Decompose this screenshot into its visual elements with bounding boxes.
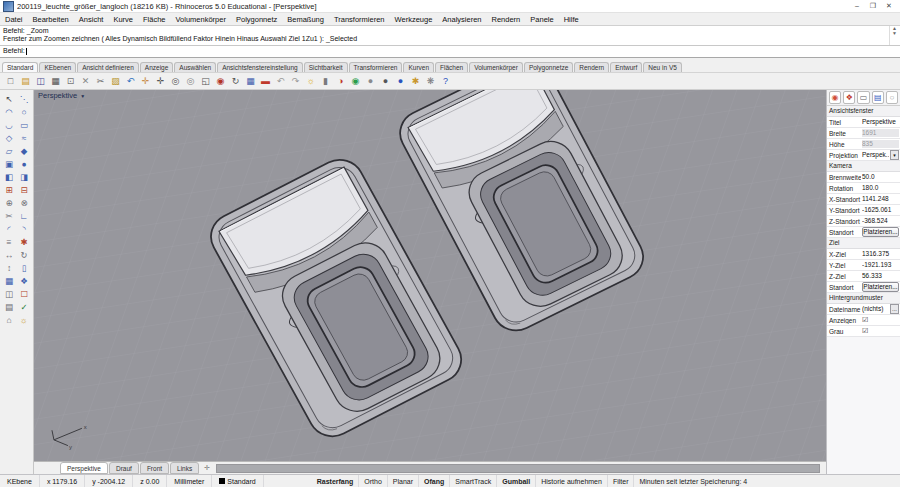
render-tools-icon[interactable]: ☼ bbox=[17, 313, 32, 326]
cut-icon[interactable]: ✂ bbox=[93, 74, 108, 88]
status-toggle[interactable]: Historie aufnehmen bbox=[536, 475, 608, 487]
extrude-icon[interactable]: ◧ bbox=[2, 170, 17, 183]
menu-item[interactable]: Volumenkörper bbox=[171, 15, 231, 24]
command-history[interactable]: Befehl: _Zoom Fenster zum Zoomen zeichne… bbox=[0, 25, 900, 45]
toolbar-tab[interactable]: Kurven bbox=[403, 62, 434, 72]
property-value[interactable]: Platzieren... bbox=[862, 227, 899, 237]
property-suffix-button[interactable]: ▾ bbox=[890, 150, 899, 160]
menu-item[interactable]: Polygonnetz bbox=[231, 15, 282, 24]
render-preview-icon[interactable]: ● bbox=[363, 74, 378, 88]
property-value[interactable]: 1316.375 bbox=[862, 250, 899, 258]
boolean-intersect-icon[interactable]: ⊕ bbox=[2, 196, 17, 209]
move-tool-icon[interactable]: ↔ bbox=[2, 248, 17, 261]
undo-view-icon[interactable]: ↶ bbox=[273, 74, 288, 88]
command-history-scrollbar[interactable]: ▲ ▼ bbox=[889, 26, 899, 45]
toolbar-tab[interactable]: Standard bbox=[2, 62, 38, 72]
command-prompt[interactable]: Befehl: bbox=[0, 45, 900, 58]
restore-button[interactable]: ❐ bbox=[865, 2, 881, 10]
new-viewport-tab-icon[interactable]: ✛ bbox=[200, 464, 214, 472]
viewport-tab[interactable]: Perspektive bbox=[60, 462, 108, 474]
zoom-dynamic-icon[interactable]: ◎ bbox=[183, 74, 198, 88]
toolbar-tab[interactable]: Neu in V5 bbox=[643, 62, 682, 72]
property-suffix-button[interactable]: ... bbox=[890, 304, 899, 314]
viewport-tab[interactable]: Links bbox=[170, 462, 199, 474]
toolbar-tab[interactable]: Entwurf bbox=[610, 62, 642, 72]
boolean-difference-icon[interactable]: ⊟ bbox=[17, 183, 32, 196]
property-value[interactable]: 50.0 bbox=[862, 173, 899, 181]
status-field[interactable]: x 1179.16 bbox=[40, 475, 85, 487]
scale-tool-icon[interactable]: ↕ bbox=[2, 261, 17, 274]
block-tool-icon[interactable]: ◫ bbox=[2, 287, 17, 300]
status-field[interactable]: y -2004.12 bbox=[85, 475, 133, 487]
status-toggle[interactable]: Rasterfang bbox=[312, 475, 360, 487]
toolbar-tab[interactable]: Rendern bbox=[574, 62, 609, 72]
group-tool-icon[interactable]: ❖ bbox=[17, 274, 32, 287]
help-tab-icon[interactable]: ▤ bbox=[872, 91, 884, 104]
property-value[interactable]: 1691 bbox=[862, 129, 899, 137]
menu-item[interactable]: Fläche bbox=[138, 15, 171, 24]
toolbar-tab[interactable]: Flächen bbox=[435, 62, 468, 72]
menu-item[interactable]: Rendern bbox=[487, 15, 526, 24]
toolbar-tab[interactable]: Sichtbarkeit bbox=[304, 62, 348, 72]
menu-item[interactable]: Datei bbox=[0, 15, 28, 24]
toolset-icon[interactable]: ❋ bbox=[423, 74, 438, 88]
viewport-tab-scrollbar[interactable] bbox=[216, 464, 820, 473]
property-value[interactable]: Perspektive bbox=[862, 118, 899, 126]
undo-icon[interactable]: ↶ bbox=[123, 74, 138, 88]
lock-icon[interactable]: ▮ bbox=[318, 74, 333, 88]
toolbar-tab[interactable]: Ansichtsfenstereinstellung bbox=[217, 62, 303, 72]
status-field[interactable]: Standard bbox=[212, 475, 263, 487]
layer-state-icon[interactable]: ▤ bbox=[2, 300, 17, 313]
menu-item[interactable]: Hilfe bbox=[559, 15, 584, 24]
polygon-icon[interactable]: ◇ bbox=[2, 131, 17, 144]
circle-icon[interactable]: ○ bbox=[17, 105, 32, 118]
boolean-union-icon[interactable]: ⊞ bbox=[2, 183, 17, 196]
control-points-icon[interactable]: ⋱ bbox=[17, 92, 32, 105]
property-value[interactable]: ☑ bbox=[862, 316, 899, 324]
property-value[interactable]: 180.0 bbox=[862, 184, 899, 192]
property-value[interactable]: 56.333 bbox=[862, 272, 899, 280]
toolbar-tab[interactable]: Polygonnetze bbox=[524, 62, 573, 72]
shaded-view-icon[interactable]: ◑ bbox=[333, 74, 348, 88]
trim-icon[interactable]: ✂ bbox=[2, 209, 17, 222]
redo-view-icon[interactable]: ↷ bbox=[288, 74, 303, 88]
lamp-icon[interactable]: ☼ bbox=[303, 74, 318, 88]
chamfer-icon[interactable]: ∟ bbox=[17, 209, 32, 222]
rotate-tool-icon[interactable]: ↻ bbox=[17, 248, 32, 261]
sphere-icon[interactable]: ● bbox=[17, 157, 32, 170]
toolbar-tab[interactable]: Anzeige bbox=[140, 62, 174, 72]
status-toggle[interactable]: Filter bbox=[608, 475, 635, 487]
menu-item[interactable]: Panele bbox=[525, 15, 558, 24]
display-tab-icon[interactable]: ▭ bbox=[857, 91, 869, 104]
analyze-icon[interactable]: ⌂ bbox=[2, 313, 17, 326]
viewport-title[interactable]: Perspektive ▼ bbox=[38, 91, 85, 100]
status-toggle[interactable]: Planar bbox=[388, 475, 419, 487]
status-toggle[interactable]: Ortho bbox=[359, 475, 388, 487]
rectangle-icon[interactable]: ▭ bbox=[17, 118, 32, 131]
viewport-canvas[interactable]: x y bbox=[34, 90, 826, 461]
menu-item[interactable]: Werkzeuge bbox=[390, 15, 438, 24]
print-icon[interactable]: ▦ bbox=[48, 74, 63, 88]
loft-icon[interactable]: ◨ bbox=[17, 170, 32, 183]
blend-icon[interactable]: ◝ bbox=[17, 222, 32, 235]
menu-item[interactable]: Kurve bbox=[108, 15, 138, 24]
zoom-selected-icon[interactable]: ◉ bbox=[213, 74, 228, 88]
status-toggle[interactable]: SmartTrack bbox=[450, 475, 497, 487]
pan-icon[interactable]: ✛ bbox=[138, 74, 153, 88]
menu-item[interactable]: Transformieren bbox=[329, 15, 390, 24]
freeform-curve-icon[interactable]: ≈ bbox=[17, 131, 32, 144]
hide-objects-icon[interactable]: ▬ bbox=[258, 74, 273, 88]
menu-item[interactable]: Analysieren bbox=[437, 15, 486, 24]
property-value[interactable]: (nichts) bbox=[862, 305, 889, 313]
delete-icon[interactable]: ✕ bbox=[78, 74, 93, 88]
join-icon[interactable]: ≡ bbox=[2, 235, 17, 248]
close-button[interactable]: ✕ bbox=[881, 2, 897, 10]
status-toggle[interactable]: Gumball bbox=[497, 475, 536, 487]
more-tabs-icon[interactable]: ○ bbox=[886, 91, 898, 104]
property-value[interactable]: -368.524 bbox=[862, 217, 899, 225]
toolbar-tab[interactable]: Auswählen bbox=[174, 62, 216, 72]
property-value[interactable]: Perspek... bbox=[862, 151, 889, 159]
property-value[interactable]: ☑ bbox=[862, 327, 899, 335]
toolbar-tab[interactable]: Ansicht definieren bbox=[77, 62, 139, 72]
property-value[interactable]: Platzieren... bbox=[862, 282, 899, 292]
